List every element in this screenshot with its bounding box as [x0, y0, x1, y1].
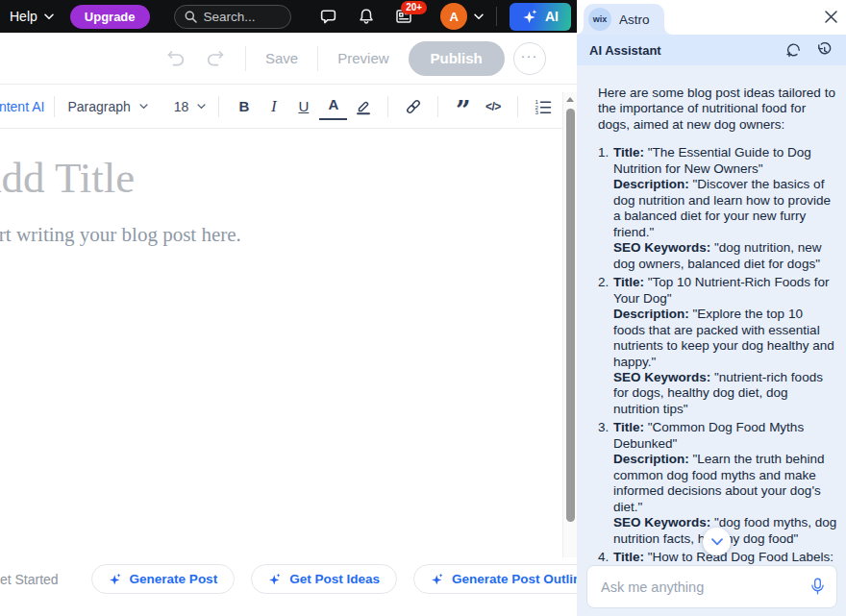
- get-started-label: Get Started: [0, 572, 59, 587]
- seo-label: SEO Keywords:: [613, 515, 710, 530]
- updates-icon[interactable]: 20+: [395, 8, 412, 25]
- code-block-button[interactable]: </>: [479, 92, 507, 120]
- scrollbar-up-arrow[interactable]: [566, 97, 574, 102]
- format-divider: [517, 96, 518, 117]
- close-icon: [825, 11, 837, 23]
- tab-astro[interactable]: wix Astro: [584, 4, 664, 35]
- account-menu[interactable]: A: [440, 3, 484, 30]
- redo-button[interactable]: [205, 50, 226, 67]
- ai-assistant-title: AI Assistant: [589, 43, 661, 58]
- search-field[interactable]: [174, 5, 292, 29]
- panel-tab-row: wix Astro: [577, 0, 846, 35]
- underline-button[interactable]: U: [289, 92, 317, 120]
- action-bar-divider: [317, 46, 318, 71]
- post-body-placeholder[interactable]: Start writing your blog post here.: [0, 223, 241, 247]
- assistant-header-actions: [785, 42, 833, 59]
- description-label: Description:: [613, 177, 689, 191]
- scrollbar-thumb[interactable]: [566, 109, 575, 522]
- editor-scrollbar[interactable]: [562, 92, 577, 557]
- top-bar: Help Upgrade 20+ A: [0, 0, 577, 33]
- astro-assistant-panel: wix Astro AI Assistant Here are some blo…: [577, 0, 846, 616]
- format-divider: [54, 96, 55, 117]
- text-color-button[interactable]: A: [319, 92, 347, 120]
- tab-astro-label: Astro: [619, 12, 650, 27]
- help-label: Help: [10, 9, 37, 24]
- seo-label: SEO Keywords:: [613, 370, 710, 384]
- svg-text:3: 3: [535, 109, 538, 115]
- text-format-toolbar: Content AI Paragraph 18 B I U A ” </> 12…: [0, 85, 563, 129]
- ask-anything-input[interactable]: [601, 579, 810, 595]
- font-size-dropdown[interactable]: 18: [171, 99, 210, 114]
- ordered-list-button[interactable]: 123: [529, 92, 557, 120]
- seo-label: SEO Keywords:: [613, 240, 710, 255]
- generate-post-label: Generate Post: [130, 572, 218, 586]
- description-label: Description:: [613, 307, 689, 321]
- search-input[interactable]: [204, 10, 282, 24]
- search-icon: [185, 11, 197, 23]
- ai-assistant-button[interactable]: AI: [510, 3, 571, 31]
- action-bar-divider: [245, 46, 246, 71]
- generate-post-outline-label: Generate Post Outline: [452, 572, 577, 586]
- preview-button[interactable]: Preview: [337, 50, 388, 66]
- content-ai-button[interactable]: Content AI: [0, 99, 44, 114]
- wix-logo-badge: wix: [588, 8, 611, 31]
- link-icon[interactable]: [399, 92, 427, 120]
- upgrade-button[interactable]: Upgrade: [70, 5, 150, 29]
- post-editor-canvas[interactable]: Add Title Start writing your blog post h…: [0, 130, 562, 557]
- undo-button[interactable]: [165, 50, 187, 67]
- scroll-to-bottom-button[interactable]: [703, 528, 731, 555]
- paragraph-style-dropdown[interactable]: Paragraph: [64, 99, 150, 114]
- chevron-down-icon: [197, 104, 206, 110]
- title-label: Title:: [613, 550, 644, 564]
- title-label: Title:: [613, 275, 644, 289]
- assistant-input-box[interactable]: [586, 565, 837, 608]
- title-label: Title:: [613, 420, 644, 434]
- list-item: Title: "The Essential Guide to Dog Nutri…: [598, 145, 837, 272]
- notification-count-badge: 20+: [401, 1, 427, 14]
- sparkle-icon: [431, 573, 444, 586]
- title-label: Title:: [613, 145, 644, 160]
- new-chat-icon[interactable]: [785, 42, 802, 59]
- save-button[interactable]: Save: [265, 50, 298, 66]
- post-title-placeholder[interactable]: Add Title: [0, 153, 135, 203]
- help-menu[interactable]: Help: [10, 9, 54, 24]
- microphone-icon[interactable]: [810, 578, 825, 596]
- chevron-down-icon: [139, 104, 148, 110]
- close-panel-button[interactable]: [825, 11, 837, 23]
- publish-button[interactable]: Publish: [409, 41, 505, 76]
- blog-ideas-list: Title: "The Essential Guide to Dog Nutri…: [598, 145, 837, 581]
- description-label: Description:: [613, 452, 689, 466]
- chevron-down-icon: [711, 538, 723, 546]
- top-bar-divider: [496, 7, 497, 26]
- list-item: Title: "Top 10 Nutrient-Rich Foods for Y…: [598, 275, 837, 417]
- format-divider: [161, 96, 162, 117]
- chevron-down-icon: [44, 13, 54, 20]
- blockquote-button[interactable]: ”: [449, 92, 477, 120]
- chevron-down-icon: [474, 13, 484, 20]
- notifications-bell-icon[interactable]: [358, 8, 375, 25]
- assistant-intro-text: Here are some blog post ideas tailored t…: [598, 86, 837, 133]
- sparkle-icon: [109, 573, 122, 586]
- format-divider: [218, 96, 219, 117]
- italic-button[interactable]: I: [260, 92, 287, 120]
- avatar[interactable]: A: [440, 3, 467, 30]
- idea-title: "Top 10 Nutrient-Rich Foods for Your Dog…: [613, 275, 829, 305]
- document-action-bar: Save Preview Publish ···: [0, 33, 577, 85]
- generate-post-outline-button[interactable]: Generate Post Outline: [413, 564, 577, 594]
- generate-post-button[interactable]: Generate Post: [91, 564, 236, 594]
- get-post-ideas-button[interactable]: Get Post Ideas: [251, 564, 397, 594]
- chat-icon[interactable]: [319, 8, 337, 25]
- ai-assistant-header: AI Assistant: [577, 35, 846, 65]
- top-icon-group: 20+: [319, 8, 412, 25]
- ai-button-label: AI: [545, 9, 559, 24]
- bold-button[interactable]: B: [230, 92, 258, 120]
- format-divider: [387, 96, 388, 117]
- sparkle-icon: [268, 573, 282, 586]
- sparkle-icon: [522, 9, 538, 25]
- history-icon[interactable]: [816, 42, 833, 59]
- wix-blog-editor-screen: Help Upgrade 20+ A: [0, 0, 846, 616]
- ai-suggestions-footer: Get Started Generate Post Get Post Ideas…: [0, 557, 577, 616]
- paragraph-style-value: Paragraph: [67, 99, 130, 114]
- more-options-button[interactable]: ···: [513, 42, 546, 75]
- highlight-button[interactable]: [349, 92, 377, 120]
